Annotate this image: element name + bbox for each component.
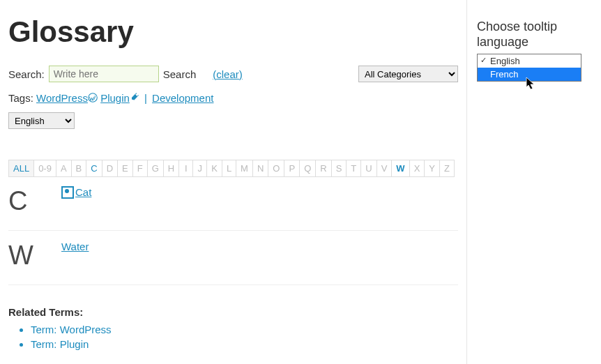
alpha-U: U [360, 160, 376, 177]
alpha-J: J [192, 160, 207, 177]
alpha-W[interactable]: W [391, 160, 409, 177]
lang-option-french[interactable]: French [478, 68, 581, 81]
sidebar-title: Choose tooltip language [477, 20, 591, 50]
alpha-X: X [409, 160, 425, 177]
alpha-E: E [117, 160, 133, 177]
alpha-O: O [268, 160, 284, 177]
alpha-all[interactable]: ALL [8, 160, 34, 177]
entry-W: WWater [8, 231, 458, 285]
alpha-G: G [147, 160, 164, 177]
search-label: Search: [8, 68, 45, 80]
plugin-icon [130, 92, 139, 104]
related-item[interactable]: Term: Plugin [31, 337, 458, 351]
alpha-D: D [102, 160, 118, 177]
category-select[interactable]: All Categories [358, 66, 458, 82]
search-row: Search: Search (clear) All Categories [8, 66, 458, 82]
related-terms: Related Terms: Term: WordPressTerm: Plug… [8, 306, 458, 351]
language-select[interactable]: English [8, 112, 75, 129]
entries-list: CCatWWater [8, 176, 458, 285]
alpha-0-9: 0-9 [33, 160, 56, 177]
tag-wordpress[interactable]: WordPress [36, 92, 88, 104]
alpha-I: I [178, 160, 193, 177]
alpha-A: A [56, 160, 72, 177]
alpha-V: V [376, 160, 393, 177]
alpha-M: M [236, 160, 253, 177]
alpha-B: B [71, 160, 87, 177]
alpha-T: T [346, 160, 361, 177]
main-content: Glossary Search: Search (clear) All Cate… [0, 0, 467, 364]
alpha-S: S [331, 160, 347, 177]
alpha-P: P [284, 160, 300, 177]
alpha-index: ALL0-9ABCDEFGHIJKLMNOPQRSTUVWXYZ [8, 160, 458, 176]
alpha-R: R [315, 160, 331, 177]
lang-option-english[interactable]: English [478, 54, 581, 68]
alpha-Y: Y [424, 160, 440, 177]
search-input[interactable] [49, 66, 159, 82]
alpha-Q: Q [299, 160, 316, 177]
related-item[interactable]: Term: WordPress [31, 322, 458, 337]
alpha-C[interactable]: C [86, 160, 102, 177]
search-button[interactable]: Search [163, 68, 197, 80]
related-title: Related Terms: [8, 306, 458, 318]
entry-C: CCat [8, 176, 458, 231]
tooltip-language-dropdown[interactable]: EnglishFrench [477, 54, 581, 82]
tag-development[interactable]: Development [152, 92, 213, 104]
tag-separator: | [144, 92, 147, 104]
clear-link[interactable]: (clear) [213, 68, 243, 80]
alpha-K: K [206, 160, 222, 177]
alpha-Z: Z [439, 160, 455, 177]
alpha-H: H [163, 160, 179, 177]
alpha-L: L [222, 160, 236, 177]
sidebar: Choose tooltip language EnglishFrench [467, 0, 601, 364]
wordpress-icon [88, 92, 98, 104]
alpha-F: F [132, 160, 148, 177]
letter-heading: W [8, 241, 61, 271]
letter-heading: C [8, 186, 61, 216]
term-link[interactable]: Cat [75, 186, 91, 198]
page-title: Glossary [8, 15, 458, 49]
alpha-N: N [252, 160, 268, 177]
tag-plugin[interactable]: Plugin [100, 92, 130, 104]
tags-row: Tags: WordPress Plugin | Development [8, 92, 458, 104]
term-link[interactable]: Water [61, 241, 89, 252]
image-icon [61, 186, 74, 199]
tags-label: Tags: [8, 92, 33, 104]
